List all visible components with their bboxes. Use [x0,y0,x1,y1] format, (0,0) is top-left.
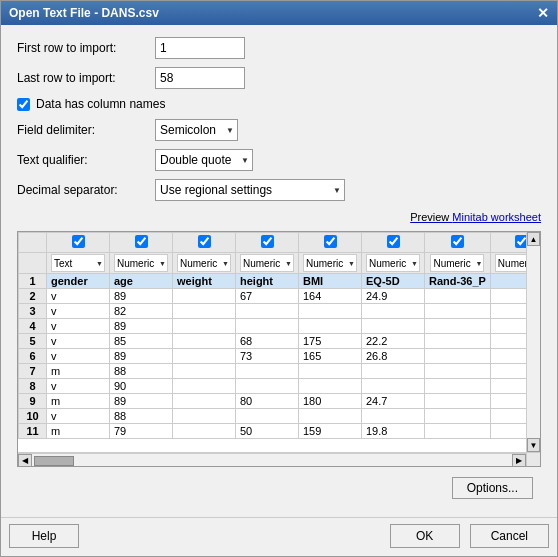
col2-type-select[interactable]: NumericText [114,254,168,272]
col2-checkbox[interactable] [135,235,148,248]
decimal-separator-select[interactable]: Use regional settings Period (.) Comma (… [155,179,345,201]
options-button[interactable]: Options... [452,477,533,499]
col-checkbox-8 [490,233,526,253]
col-type-5: NumericText [299,253,362,274]
col-type-1: TextNumeric [47,253,110,274]
col7-type-select[interactable]: NumericText [430,254,484,272]
col1-type-select[interactable]: TextNumeric [51,254,105,272]
ok-button[interactable]: OK [390,524,460,548]
cell-9-5: 180 [299,394,362,409]
cell-7-4 [236,364,299,379]
col8-type-select[interactable]: NumericText [495,254,526,272]
col7-checkbox[interactable] [451,235,464,248]
decimal-separator-label: Decimal separator: [17,183,147,197]
col-checkbox-4 [236,233,299,253]
column-names-label: Data has column names [36,97,165,111]
cell-2-5: 164 [299,289,362,304]
row-num-8: 8 [19,379,47,394]
table-row: 11 m 79 50 159 19.8 [19,424,527,439]
col5-checkbox[interactable] [324,235,337,248]
cell-6-1: v [47,349,110,364]
cell-4-7 [425,319,491,334]
table-scroll-area[interactable]: TextNumeric NumericText [18,232,526,452]
close-button[interactable]: ✕ [537,6,549,20]
data-table: TextNumeric NumericText [18,232,526,439]
col-type-8: NumericText [490,253,526,274]
cell-5-8 [490,334,526,349]
col3-type-select[interactable]: NumericText [177,254,231,272]
cell-4-2: 89 [110,319,173,334]
row-num-6: 6 [19,349,47,364]
cell-8-8 [490,379,526,394]
text-qualifier-label: Text qualifier: [17,153,147,167]
cell-3-7 [425,304,491,319]
horizontal-scrollbar[interactable]: ◀ ▶ [18,453,526,467]
cell-10-6 [362,409,425,424]
cancel-button[interactable]: Cancel [470,524,549,548]
scroll-right-button[interactable]: ▶ [512,454,526,467]
col4-type-wrapper: NumericText [240,254,294,272]
last-row-input[interactable] [155,67,245,89]
scroll-track-v[interactable] [527,246,540,438]
cell-10-4 [236,409,299,424]
footer: Help OK Cancel [1,517,557,556]
cell-3-4 [236,304,299,319]
corner-header [19,233,47,253]
col4-type-select[interactable]: NumericText [240,254,294,272]
cell-5-1: v [47,334,110,349]
cell-10-1: v [47,409,110,424]
scroll-track-h[interactable] [32,454,512,467]
col6-checkbox[interactable] [387,235,400,248]
col5-type-wrapper: NumericText [303,254,357,272]
col4-checkbox[interactable] [261,235,274,248]
last-row-field: Last row to import: [17,67,541,89]
row-num-2: 2 [19,289,47,304]
text-qualifier-select[interactable]: Double quote Single quote None [155,149,253,171]
cell-2-7 [425,289,491,304]
cell-9-2: 89 [110,394,173,409]
table-row: 10 v 88 [19,409,527,424]
cell-8-4 [236,379,299,394]
row-num-1: 1 [19,274,47,289]
first-row-label: First row to import: [17,41,147,55]
cell-4-8 [490,319,526,334]
col3-checkbox[interactable] [198,235,211,248]
cell-9-6: 24.7 [362,394,425,409]
scroll-left-button[interactable]: ◀ [18,454,32,467]
decimal-separator-row: Decimal separator: Use regional settings… [17,179,541,201]
col6-type-select[interactable]: NumericText [366,254,420,272]
scroll-thumb-h[interactable] [34,456,74,466]
preview-text: Preview [410,211,452,223]
col-checkbox-1 [47,233,110,253]
cell-7-3 [173,364,236,379]
h-scrollbar-row: ◀ ▶ [18,452,540,466]
cell-6-6: 26.8 [362,349,425,364]
column-names-checkbox[interactable] [17,98,30,111]
col1-checkbox[interactable] [72,235,85,248]
field-delimiter-row: Field delimiter: Semicolon Comma Tab Spa… [17,119,541,141]
decimal-separator-wrapper: Use regional settings Period (.) Comma (… [155,179,345,201]
preview-minitab-link[interactable]: Minitab worksheet [452,211,541,223]
first-row-field: First row to import: [17,37,541,59]
cell-1-3: weight [173,274,236,289]
checkbox-header-row [19,233,527,253]
field-delimiter-select[interactable]: Semicolon Comma Tab Space [155,119,238,141]
help-button[interactable]: Help [9,524,79,548]
first-row-input[interactable] [155,37,245,59]
cell-3-6 [362,304,425,319]
table-row: 1 gender age weight height BMI EQ-5D Ran… [19,274,527,289]
vertical-scrollbar[interactable]: ▲ ▼ [526,232,540,452]
cell-1-7: Rand-36_P [425,274,491,289]
col8-checkbox[interactable] [515,235,526,248]
dialog-title: Open Text File - DANS.csv [9,6,159,20]
cell-6-7 [425,349,491,364]
cell-7-1: m [47,364,110,379]
text-qualifier-row: Text qualifier: Double quote Single quot… [17,149,541,171]
col-checkbox-2 [110,233,173,253]
col-checkbox-5 [299,233,362,253]
scroll-down-button[interactable]: ▼ [527,438,540,452]
cell-10-5 [299,409,362,424]
cell-11-8 [490,424,526,439]
scroll-up-button[interactable]: ▲ [527,232,540,246]
col5-type-select[interactable]: NumericText [303,254,357,272]
